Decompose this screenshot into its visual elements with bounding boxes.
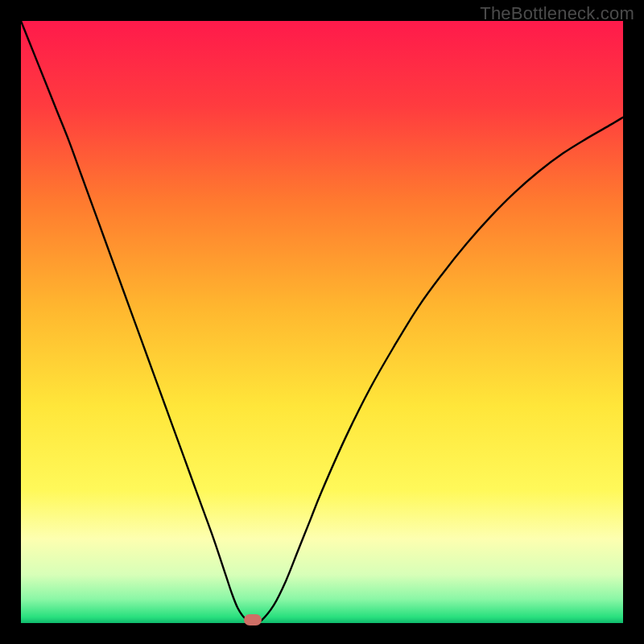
chart-plot-area — [21, 21, 623, 623]
curve-path — [21, 21, 623, 622]
bottleneck-curve — [21, 21, 623, 623]
watermark-text: TheBottleneck.com — [480, 3, 634, 24]
chart-frame: TheBottleneck.com — [0, 0, 644, 644]
optimum-marker — [244, 614, 262, 625]
